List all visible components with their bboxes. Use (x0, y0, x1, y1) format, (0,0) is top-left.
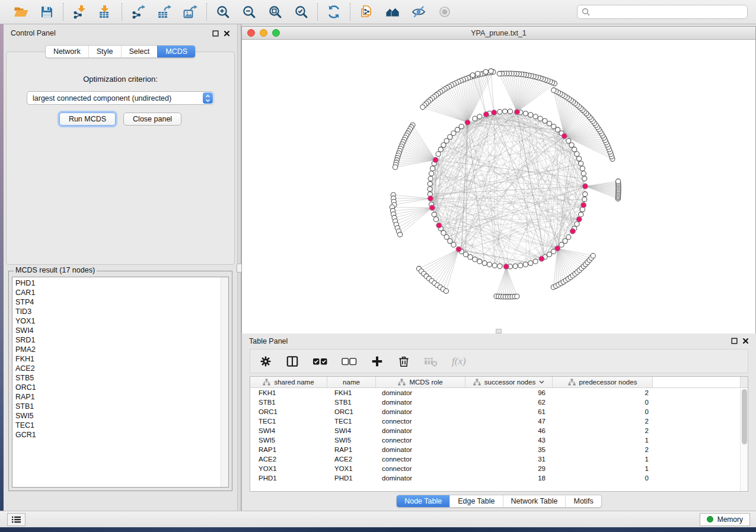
table-row[interactable]: SWI5SWI5connector431 (250, 435, 748, 445)
network-graph[interactable] (242, 40, 755, 334)
table-row[interactable]: RAP1RAP1dominator352 (250, 445, 748, 454)
mcds-result-item[interactable]: CAR1 (15, 288, 221, 297)
close-panel-icon[interactable] (224, 30, 230, 37)
function-builder-button[interactable]: f(x) (452, 355, 466, 367)
tab-network-table[interactable]: Network Table (503, 495, 566, 507)
export-table-button[interactable] (156, 3, 173, 21)
column-settings-icon (259, 354, 272, 368)
minimize-window-button[interactable] (260, 29, 267, 37)
column-settings-button[interactable] (259, 354, 272, 368)
table-row[interactable]: PHD1PHD1dominator180 (250, 473, 748, 483)
add-row-button[interactable] (371, 354, 384, 368)
column-header-successor-nodes[interactable]: successor nodes (465, 377, 553, 387)
zoom-fit-button[interactable] (267, 3, 283, 21)
maximize-window-button[interactable] (272, 29, 280, 37)
mcds-result-item[interactable]: STB1 (15, 402, 221, 411)
select-all-rows-button[interactable] (312, 354, 328, 368)
table-row[interactable]: TEC1TEC1connector472 (250, 416, 748, 426)
float-panel-icon[interactable] (212, 30, 219, 37)
scrollbar-thumb[interactable] (742, 389, 747, 444)
open-session-button[interactable] (12, 3, 29, 21)
mcds-result-item[interactable]: ACE2 (15, 364, 221, 373)
add-row-icon (371, 354, 384, 368)
tab-network[interactable]: Network (46, 46, 88, 57)
import-table-button[interactable] (97, 3, 114, 21)
table-row[interactable]: SWI4SWI4dominator462 (250, 426, 748, 435)
toolbar-groups (5, 0, 461, 24)
cell-shared-name: SWI4 (250, 427, 327, 434)
tab-edge-table[interactable]: Edge Table (449, 495, 502, 507)
task-history-button[interactable] (7, 513, 25, 526)
cell-shared-name: FKH1 (250, 389, 327, 396)
mcds-list-scrollbar[interactable] (221, 277, 228, 487)
tab-mcds[interactable]: MCDS (157, 46, 195, 57)
hide-graphics-details-button[interactable] (410, 3, 427, 21)
mcds-result-item[interactable]: FKH1 (15, 354, 221, 364)
zoom-selected-button[interactable] (293, 3, 310, 21)
zoom-in-button[interactable] (215, 3, 231, 21)
run-mcds-button[interactable]: Run MCDS (59, 113, 116, 126)
mcds-result-item[interactable]: SRD1 (15, 335, 221, 345)
zoom-out-button[interactable] (241, 3, 257, 21)
column-type-icon (568, 379, 576, 386)
mcds-result-item[interactable]: RAP1 (15, 392, 221, 402)
table-row[interactable]: YOX1YOX1connector291 (250, 464, 748, 473)
node-table: shared namenameMCDS rolesuccessor nodesp… (250, 376, 748, 492)
column-view-button[interactable] (286, 354, 299, 368)
tab-select[interactable]: Select (121, 46, 158, 57)
delete-row-button[interactable] (397, 354, 410, 368)
column-view-icon (286, 354, 299, 368)
mcds-result-list[interactable]: PHD1CAR1STP4TID3YOX1SWI4SRD1PMA2FKH1ACE2… (12, 277, 221, 487)
delete-table-button[interactable] (424, 354, 438, 368)
select-all-rows-icon (312, 354, 328, 368)
float-table-panel-icon[interactable] (731, 338, 738, 344)
mcds-result-item[interactable]: STB5 (15, 373, 221, 383)
column-header-shared-name[interactable]: shared name (250, 377, 327, 387)
refresh-view-button[interactable] (326, 3, 342, 21)
close-table-panel-icon[interactable] (742, 338, 749, 344)
column-header-MCDS-role[interactable]: MCDS role (376, 377, 465, 387)
deselect-all-rows-button[interactable] (342, 354, 357, 368)
mcds-result-item[interactable]: STP4 (15, 297, 221, 307)
table-vertical-scrollbar[interactable] (740, 389, 748, 491)
network-overview-button[interactable] (384, 3, 401, 21)
import-network-button[interactable] (71, 3, 88, 21)
mcds-result-item[interactable]: PHD1 (15, 278, 221, 288)
horizontal-splitter-handle[interactable] (496, 329, 502, 334)
search-input[interactable] (577, 5, 748, 19)
close-window-button[interactable] (247, 29, 255, 37)
column-header-name[interactable]: name (327, 377, 376, 387)
cell-predecessor-nodes: 2 (553, 418, 653, 425)
table-row[interactable]: STB1STB1dominator620 (250, 398, 748, 407)
export-image-button[interactable] (182, 3, 199, 21)
table-panel: Table Panel f(x) shared namenameMCDS rol… (241, 334, 756, 511)
mcds-result-item[interactable]: SWI5 (15, 411, 221, 421)
optimization-criterion-select[interactable]: largest connected component (undirected) (27, 91, 214, 105)
mcds-result-item[interactable]: PMA2 (15, 345, 221, 354)
export-network-button[interactable] (130, 3, 146, 21)
show-graphics-details-button[interactable] (436, 3, 453, 21)
table-row[interactable]: FKH1FKH1dominator962 (250, 388, 748, 398)
tab-node-table[interactable]: Node Table (397, 495, 449, 507)
mcds-result-item[interactable]: ORC1 (15, 383, 221, 392)
table-row[interactable]: ACE2ACE2connector311 (250, 454, 748, 464)
mcds-result-item[interactable]: TEC1 (15, 421, 221, 430)
mcds-result-item[interactable]: TID3 (15, 307, 221, 316)
zoom-out-icon (242, 5, 256, 19)
tab-motifs[interactable]: Motifs (565, 495, 601, 507)
vertical-splitter[interactable] (237, 24, 241, 511)
save-session-button[interactable] (39, 3, 55, 21)
right-column: YPA_prune.txt_1 Table Panel (241, 24, 756, 511)
tab-style[interactable]: Style (88, 46, 121, 57)
memory-button[interactable]: Memory (700, 513, 750, 526)
mcds-result-item[interactable]: YOX1 (15, 316, 221, 326)
table-scroll-corner (740, 377, 748, 388)
cell-name: SWI5 (327, 437, 376, 444)
column-header-predecessor-nodes[interactable]: predecessor nodes (553, 377, 653, 387)
network-canvas[interactable] (242, 40, 755, 334)
mcds-result-item[interactable]: SWI4 (15, 326, 221, 335)
mcds-result-item[interactable]: GCR1 (15, 430, 221, 440)
table-row[interactable]: ORC1ORC1dominator610 (250, 407, 748, 416)
clone-network-button[interactable] (358, 3, 375, 21)
close-panel-button[interactable]: Close panel (123, 113, 181, 126)
